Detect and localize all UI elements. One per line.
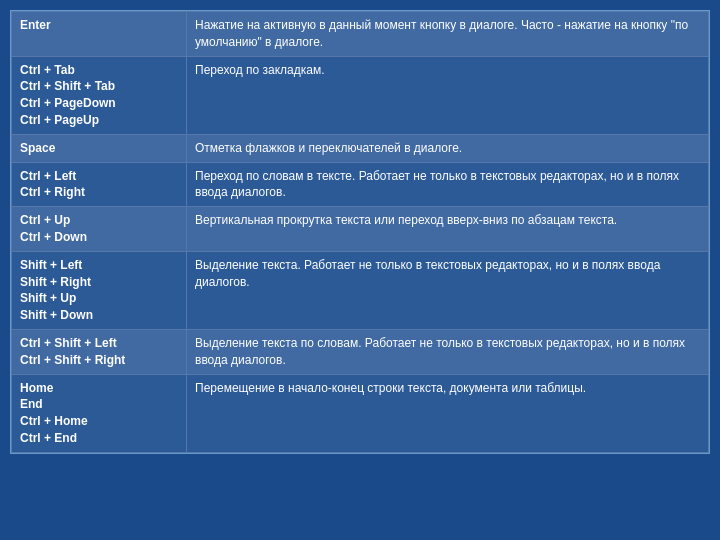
key-cell: Ctrl + Shift + LeftCtrl + Shift + Right: [12, 329, 187, 374]
key-cell: Enter: [12, 12, 187, 57]
table-row: SpaceОтметка флажков и переключателей в …: [12, 134, 709, 162]
key-cell: Ctrl + TabCtrl + Shift + TabCtrl + Page​…: [12, 56, 187, 134]
description-cell: Выделение текста по словам. Работает не …: [187, 329, 709, 374]
key-cell: Ctrl + LeftCtrl + Right: [12, 162, 187, 207]
table-row: EnterНажатие на активную в данный момент…: [12, 12, 709, 57]
key-cell: Space: [12, 134, 187, 162]
description-cell: Переход по закладкам.: [187, 56, 709, 134]
key-cell: HomeEndCtrl + HomeCtrl + End: [12, 374, 187, 452]
description-cell: Отметка флажков и переключателей в диало…: [187, 134, 709, 162]
table-row: Shift + LeftShift + RightShift + UpShift…: [12, 251, 709, 329]
description-cell: Перемещение в начало-конец строки текста…: [187, 374, 709, 452]
table-row: Ctrl + Shift + LeftCtrl + Shift + RightВ…: [12, 329, 709, 374]
key-cell: Ctrl + UpCtrl + Down: [12, 207, 187, 252]
table-row: HomeEndCtrl + HomeCtrl + EndПеремещение …: [12, 374, 709, 452]
description-cell: Выделение текста. Работает не только в т…: [187, 251, 709, 329]
description-cell: Переход по словам в тексте. Работает не …: [187, 162, 709, 207]
key-cell: Shift + LeftShift + RightShift + UpShift…: [12, 251, 187, 329]
description-cell: Нажатие на активную в данный момент кноп…: [187, 12, 709, 57]
description-cell: Вертикальная прокрутка текста или перехо…: [187, 207, 709, 252]
table-row: Ctrl + UpCtrl + DownВертикальная прокрут…: [12, 207, 709, 252]
main-table: EnterНажатие на активную в данный момент…: [10, 10, 710, 454]
table-row: Ctrl + LeftCtrl + RightПереход по словам…: [12, 162, 709, 207]
table-row: Ctrl + TabCtrl + Shift + TabCtrl + Page​…: [12, 56, 709, 134]
